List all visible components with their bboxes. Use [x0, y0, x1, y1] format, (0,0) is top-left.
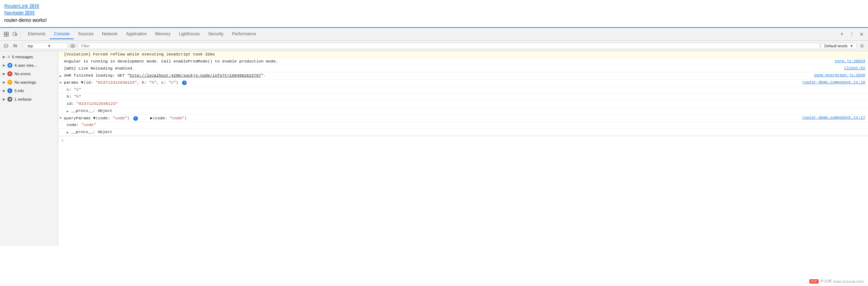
params-source[interactable]: router-demo.component.ts:16: [800, 80, 865, 84]
params-proto-arrow[interactable]: ▶: [67, 108, 71, 113]
tab-application[interactable]: Application: [122, 29, 151, 39]
qp-code: code: "code": [67, 123, 865, 127]
verbose-arrow: ▶: [3, 97, 5, 101]
wds-text: [WDS] Live Reloading enabled.: [64, 66, 842, 71]
navigate-link[interactable]: Navigate 跳转: [4, 10, 35, 16]
console-toolbar: top ▼ Default levels ▼: [0, 41, 868, 51]
messages-icon: ≡: [7, 54, 10, 59]
console-row-qp-code: code: "code": [58, 122, 868, 129]
log-level-selector[interactable]: Default levels ▼: [821, 43, 857, 49]
devtools-tabs: Elements Console Sources Network Applica…: [22, 29, 838, 39]
console-row-queryparams: ▼ queryParams ▼{code: "code"} i ▶{code: …: [58, 115, 868, 122]
sidebar-item-user[interactable]: ▶ ⊘ 4 user mes...: [0, 61, 58, 70]
wds-arrow: [60, 66, 64, 67]
routerlink-link[interactable]: RouterLink 跳转: [4, 3, 40, 9]
info-icon: i: [7, 88, 12, 93]
svg-rect-5: [16, 33, 17, 36]
clear-console-icon[interactable]: [2, 42, 10, 50]
verbose-label: 1 verbose: [14, 97, 31, 101]
violation-arrow[interactable]: [60, 52, 64, 53]
eye-icon[interactable]: [69, 42, 77, 50]
devtools-body: ▶ ≡ 6 messages ▶ ⊘ 4 user mes... ▶ ✕ No …: [0, 51, 868, 246]
svg-rect-8: [13, 45, 17, 46]
xhr-source[interactable]: zone-evergreen.js:2845: [811, 73, 865, 77]
sep2: [22, 42, 22, 49]
user-arrow: ▶: [3, 64, 5, 67]
queryparams-info-icon: i: [133, 116, 138, 121]
console-row-violation: [Violation] Forced reflow while executin…: [58, 51, 868, 58]
params-arrow[interactable]: ▼: [60, 80, 64, 85]
qp-proto: __proto__: Object: [71, 130, 865, 134]
console-prompt[interactable]: ›: [58, 136, 868, 145]
user-icon: ⊘: [7, 63, 12, 68]
console-row-params: ▼ params ▼{id: "823712312938123", h: "h"…: [58, 79, 868, 87]
console-settings-icon[interactable]: [11, 42, 19, 50]
svg-rect-3: [7, 35, 8, 36]
device-toggle-icon[interactable]: [11, 30, 19, 38]
tab-console[interactable]: Console: [50, 29, 74, 39]
angular-text: Angular is running in development mode. …: [64, 59, 832, 64]
console-gear-icon[interactable]: [858, 42, 866, 50]
levels-label: Default levels: [824, 44, 848, 48]
sidebar-item-errors[interactable]: ▶ ✕ No errors: [0, 70, 58, 78]
tab-security[interactable]: Security: [204, 29, 228, 39]
errors-label: No errors: [14, 72, 31, 76]
params-c: c: "c": [67, 87, 865, 92]
filter-input[interactable]: [78, 43, 820, 49]
console-row-params-id: id: "823712312938123": [58, 101, 868, 108]
xhr-text: XHR finished loading: GET "http://localh…: [64, 73, 811, 78]
settings-icon[interactable]: [838, 30, 846, 38]
toolbar-right: ⋮ ✕: [838, 30, 866, 38]
info-arrow: ▶: [3, 89, 5, 93]
console-row-params-proto: ▶ __proto__: Object: [58, 108, 868, 115]
angular-source[interactable]: core.js:26833: [832, 59, 865, 63]
svg-rect-1: [4, 35, 6, 36]
errors-arrow: ▶: [3, 72, 5, 76]
sidebar-item-info[interactable]: ▶ i 5 info: [0, 87, 58, 95]
messages-arrow: ▶: [3, 55, 5, 59]
console-sidebar: ▶ ≡ 6 messages ▶ ⊘ 4 user mes... ▶ ✕ No …: [0, 51, 58, 246]
tab-network[interactable]: Network: [98, 29, 122, 39]
tab-performance[interactable]: Performance: [228, 29, 260, 39]
sidebar-item-verbose[interactable]: ▶ ⚙ 1 verbose: [0, 95, 58, 103]
qp-proto-arrow[interactable]: ▶: [67, 130, 71, 135]
queryparams-arrow[interactable]: ▼: [60, 115, 64, 120]
sidebar-item-warnings[interactable]: ▶ ! No warnings: [0, 78, 58, 87]
params-text: params ▼{id: "823712312938123", h: "h", …: [64, 80, 800, 85]
tab-memory[interactable]: Memory: [151, 29, 175, 39]
params-proto: __proto__: Object: [71, 108, 865, 113]
queryparams-source[interactable]: router-demo.component.ts:17: [800, 115, 865, 120]
svg-rect-4: [13, 32, 16, 36]
xhr-url[interactable]: http://localhost:4200/sockjs-node/info?t…: [129, 73, 261, 78]
console-row-params-c: c: "c": [58, 87, 868, 94]
wds-source[interactable]: client:52: [842, 66, 865, 70]
warnings-icon: !: [7, 80, 12, 85]
inspect-icon[interactable]: [2, 30, 11, 38]
tab-elements[interactable]: Elements: [24, 29, 50, 39]
xhr-arrow[interactable]: ▶: [60, 73, 64, 78]
params-h: h: "h": [67, 94, 865, 99]
page-content: RouterLink 跳转 Navigate 跳转 router-demo wo…: [0, 0, 868, 27]
context-selector[interactable]: top ▼: [25, 43, 67, 49]
sidebar-item-messages[interactable]: ▶ ≡ 6 messages: [0, 53, 58, 61]
console-row-wds: [WDS] Live Reloading enabled. client:52: [58, 65, 868, 72]
violation-text: [Violation] Forced reflow while executin…: [64, 52, 865, 56]
console-row-qp-proto: ▶ __proto__: Object: [58, 129, 868, 136]
warnings-label: No warnings: [14, 80, 36, 84]
router-demo-text: router-demo works!: [4, 17, 47, 23]
tab-sources[interactable]: Sources: [74, 29, 98, 39]
context-value: top: [28, 44, 45, 48]
more-icon[interactable]: ⋮: [848, 30, 856, 38]
svg-point-12: [72, 45, 73, 47]
devtools-toolbar: Elements Console Sources Network Applica…: [0, 28, 868, 41]
user-label: 4 user mes...: [14, 63, 37, 67]
close-icon[interactable]: ✕: [857, 30, 866, 38]
params-id: id: "823712312938123": [67, 101, 865, 106]
verbose-icon: ⚙: [7, 97, 12, 102]
tab-lighthouse[interactable]: Lighthouse: [175, 29, 204, 39]
info-label: 5 info: [14, 89, 24, 93]
warnings-arrow: ▶: [3, 81, 5, 84]
messages-label: 6 messages: [12, 55, 33, 59]
console-row-params-h: h: "h": [58, 94, 868, 101]
prompt-arrow: ›: [61, 138, 64, 143]
